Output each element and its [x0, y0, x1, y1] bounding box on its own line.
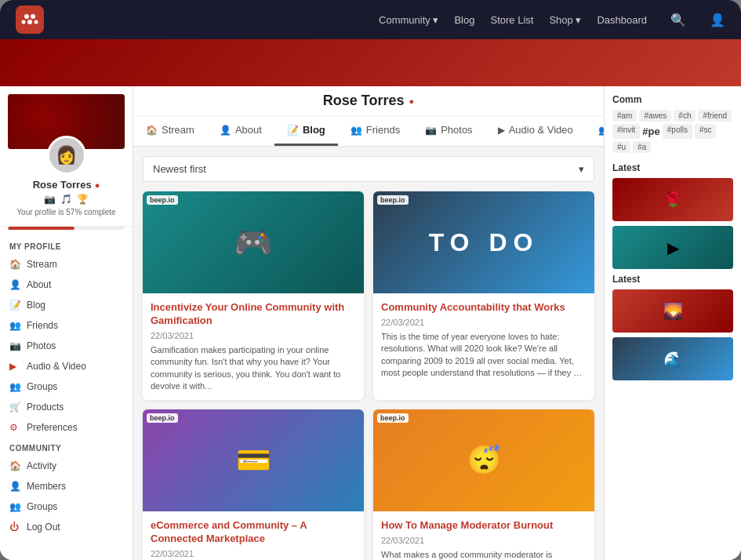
- tag-pe-featured[interactable]: #pe: [642, 124, 659, 139]
- sidebar-item-products[interactable]: 🛒 Products: [0, 397, 133, 417]
- search-icon[interactable]: 🔍: [670, 13, 686, 27]
- sidebar-item-audio-video[interactable]: ▶ Audio & Video: [0, 356, 133, 376]
- tab-photos[interactable]: 📷 Photos: [412, 116, 485, 146]
- blog-tab-icon: 📝: [287, 125, 299, 136]
- right-sidebar-latest-title-1: Latest: [612, 162, 733, 173]
- profile-tabs: 🏠 Stream 👤 About 📝 Blog 👥 Friends: [133, 115, 604, 146]
- user-icon[interactable]: 👤: [710, 13, 725, 27]
- tab-audio-video[interactable]: ▶ Audio & Video: [485, 116, 586, 146]
- cover-photo: [0, 39, 741, 86]
- svg-point-4: [35, 20, 38, 24]
- profile-card: 👩 Rose Torres ● 📷 🎵 🏆 Your profile is 57…: [0, 86, 133, 227]
- my-profile-section-title: MY PROFILE: [0, 236, 133, 254]
- tag-polls[interactable]: #polls: [663, 124, 692, 139]
- sort-dropdown[interactable]: Newest first ▾: [143, 156, 594, 182]
- music-icon[interactable]: 🎵: [60, 194, 72, 205]
- logout-icon: ⏻: [9, 522, 20, 533]
- blog-card-image-4: beep.io 😴: [373, 409, 594, 511]
- progress-bar: [8, 227, 125, 230]
- blog-icon: 📝: [9, 300, 20, 311]
- tab-blog[interactable]: 📝 Blog: [274, 116, 338, 146]
- blog-card-4[interactable]: beep.io 😴 How To Manage Moderator Burnou…: [373, 409, 594, 560]
- svg-point-1: [31, 14, 35, 19]
- right-sidebar-image-4: 🌊: [612, 337, 733, 380]
- person-icon: 👤: [9, 279, 20, 290]
- trophy-icon[interactable]: 🏆: [77, 194, 89, 205]
- nav-shop[interactable]: Shop ▾: [549, 14, 581, 26]
- blog-card-image-1: beep.io 🎮: [143, 191, 364, 293]
- right-sidebar-comm-title: Comm: [612, 94, 733, 105]
- tab-groups[interactable]: 👥 Groups: [586, 116, 604, 146]
- top-navigation: Community ▾ Blog Store List Shop ▾ Dashb…: [0, 0, 741, 39]
- sidebar-item-about[interactable]: 👤 About: [0, 275, 133, 295]
- cart-icon: 🛒: [9, 402, 20, 413]
- stream-tab-icon: 🏠: [146, 125, 158, 136]
- groups-icon: 👥: [9, 381, 20, 392]
- profile-title: Rose Torres ●: [133, 93, 604, 109]
- nav-community[interactable]: Community ▾: [379, 14, 438, 26]
- blog-card-title-1: Incentivize Your Online Community with G…: [151, 301, 356, 328]
- blog-card-image-3: beep.io 💳: [143, 409, 364, 511]
- community-section-title: COMMUNITY: [0, 438, 133, 456]
- avatar: 👩: [47, 136, 86, 175]
- blog-card-3[interactable]: beep.io 💳 eCommerce and Community – A Co…: [143, 409, 364, 560]
- sidebar-item-blog[interactable]: 📝 Blog: [0, 295, 133, 315]
- blog-card-image-2: beep.io TO DO: [373, 191, 594, 293]
- sidebar-item-community-groups[interactable]: 👥 Groups: [0, 496, 133, 517]
- profile-complete-text: Your profile is 57% complete: [8, 208, 125, 216]
- sidebar-profile-name: Rose Torres ●: [8, 179, 125, 191]
- friends-tab-icon: 👥: [351, 125, 362, 136]
- nav-links: Community ▾ Blog Store List Shop ▾ Dashb…: [379, 13, 725, 27]
- tag-friend[interactable]: #friend: [698, 110, 732, 122]
- svg-point-3: [22, 20, 26, 24]
- camera-icon[interactable]: 📷: [44, 194, 56, 205]
- blog-card-body-3: eCommerce and Community – A Connected Ma…: [143, 511, 364, 560]
- blog-card-body-2: Community Accountability that Works 22/0…: [373, 293, 594, 387]
- sidebar-item-groups[interactable]: 👥 Groups: [0, 376, 133, 397]
- tag-u[interactable]: #u: [612, 141, 630, 153]
- members-icon: 👤: [9, 481, 20, 492]
- tag-invit[interactable]: #invit: [612, 124, 640, 139]
- av-tab-icon: ▶: [498, 125, 505, 136]
- blog-card-title-4: How To Manage Moderator Burnout: [381, 519, 587, 533]
- sidebar-item-logout[interactable]: ⏻ Log Out: [0, 517, 133, 537]
- tag-am[interactable]: #am: [612, 110, 637, 122]
- tag-list: #am #awes #ch #friend #invit #pe #polls …: [612, 110, 733, 153]
- right-sidebar-image-3: 🌄: [612, 289, 733, 333]
- blog-card-2[interactable]: beep.io TO DO Community Accountability t…: [373, 191, 594, 400]
- sidebar-item-members[interactable]: 👤 Members: [0, 476, 133, 496]
- nav-storelist[interactable]: Store List: [490, 14, 533, 26]
- photos-icon: 📷: [9, 340, 20, 351]
- chevron-down-icon: ▾: [579, 163, 584, 175]
- site-logo[interactable]: [16, 5, 44, 34]
- beep-logo-4: beep.io: [377, 413, 409, 423]
- blog-card-date-4: 22/03/2021: [381, 536, 587, 545]
- progress-fill: [8, 227, 74, 230]
- beep-logo-2: beep.io: [377, 195, 409, 205]
- main-wrapper: 👩 Rose Torres ● 📷 🎵 🏆 Your profile is 57…: [0, 86, 741, 560]
- tag-a[interactable]: #a: [633, 141, 651, 153]
- blog-card-date-3: 22/03/2021: [151, 549, 356, 558]
- tag-awes[interactable]: #awes: [639, 110, 671, 122]
- sidebar-item-activity[interactable]: 🏠 Activity: [0, 456, 133, 476]
- verified-icon: ●: [409, 96, 415, 106]
- tab-stream[interactable]: 🏠 Stream: [133, 116, 207, 146]
- beep-logo-1: beep.io: [147, 195, 178, 205]
- tag-sc[interactable]: #sc: [695, 124, 717, 139]
- nav-dashboard[interactable]: Dashboard: [597, 14, 647, 26]
- blog-card-1[interactable]: beep.io 🎮 Incentivize Your Online Commun…: [143, 191, 364, 400]
- tab-about[interactable]: 👤 About: [207, 116, 274, 146]
- blog-card-excerpt-4: What makes a good community moderator is…: [381, 549, 587, 560]
- tag-ch[interactable]: #ch: [674, 110, 696, 122]
- tab-friends[interactable]: 👥 Friends: [338, 116, 412, 146]
- sidebar-item-photos[interactable]: 📷 Photos: [0, 336, 133, 356]
- sidebar-item-friends[interactable]: 👥 Friends: [0, 315, 133, 336]
- sidebar-item-stream[interactable]: 🏠 Stream: [0, 254, 133, 275]
- nav-blog[interactable]: Blog: [454, 14, 474, 26]
- home-icon: 🏠: [9, 259, 20, 270]
- activity-icon: 🏠: [9, 460, 20, 471]
- sidebar-item-preferences[interactable]: ⚙ Preferences: [0, 417, 133, 438]
- right-sidebar-image-2: ▶: [612, 226, 733, 269]
- blog-card-title-2: Community Accountability that Works: [381, 301, 587, 315]
- blog-card-date-2: 22/03/2021: [381, 318, 587, 327]
